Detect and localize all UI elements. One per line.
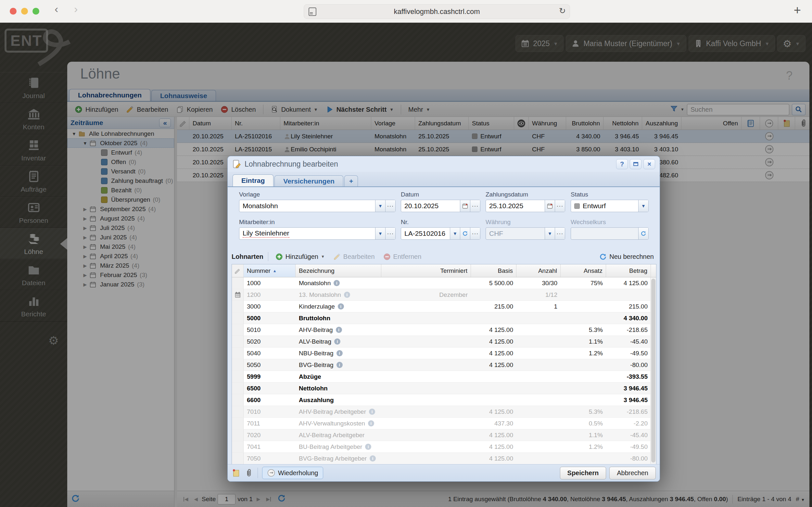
cell-text: BU-Beitrag Arbeitgeber [299, 443, 362, 450]
column-header-terminiert[interactable]: Terminiert [381, 264, 471, 277]
info-icon[interactable]: i [334, 338, 340, 345]
window-close-button[interactable] [10, 8, 16, 15]
column-header-basis[interactable]: Basis [471, 264, 516, 277]
column-header-anzahl[interactable]: Anzahl [516, 264, 561, 277]
cell: ALV-Beitrag Arbeitgeber [296, 430, 381, 441]
lohnart-row[interactable]: 3000Kinderzulagei215.001215.00 [232, 301, 656, 313]
reload-icon[interactable]: ↻ [559, 6, 566, 15]
window-zoom-button[interactable] [33, 8, 39, 15]
status-combobox[interactable]: Entwurf ▼ [571, 200, 649, 212]
browser-back-button[interactable]: ‹ [55, 3, 58, 15]
info-icon[interactable]: i [365, 444, 371, 450]
cancel-button[interactable]: Abbrechen [609, 467, 656, 480]
more-trigger-icon[interactable]: ··· [385, 200, 395, 212]
lohnart-row[interactable]: 1000Monatslohni5 500.0030/3075%4 125.00 [232, 277, 656, 289]
column-header-nummer[interactable]: Nummer▲ [244, 264, 296, 277]
lohnart-edit-button[interactable]: Bearbeiten [331, 252, 378, 262]
info-icon[interactable]: i [337, 350, 343, 356]
column-header-ansatz[interactable]: Ansatz [561, 264, 606, 277]
cell-text: 4 125.00 [489, 350, 513, 357]
lohnart-remove-button[interactable]: Entfernen [381, 252, 424, 262]
info-icon[interactable]: i [368, 420, 374, 427]
address-bar[interactable]: kaffivelogmbh.cashctrl.com ↻ [304, 4, 570, 19]
lohnart-add-button[interactable]: Hinzufügen ▼ [273, 252, 328, 262]
cell-text: -2.20 [634, 420, 648, 427]
lohnart-row[interactable]: 5050BVG-Beitragi4 125.00-80.00 [232, 359, 656, 371]
cell: AHV-Beitragi [296, 324, 381, 336]
more-trigger-icon[interactable]: ··· [470, 200, 480, 212]
lohnart-row[interactable]: 6600Auszahlung3 946.45 [232, 394, 656, 406]
info-icon[interactable]: i [338, 303, 344, 309]
dropdown-trigger-icon[interactable]: ▼ [375, 200, 385, 212]
cell-text: 3000 [247, 303, 260, 310]
dropdown-trigger-icon[interactable]: ▼ [450, 228, 460, 239]
lohnart-row[interactable]: 7011AHV-Verwaltungskosteni437.300.5%-2.2… [232, 418, 656, 430]
dialog-tab-eintrag[interactable]: Eintrag [233, 174, 274, 186]
zahlungsdatum-datefield[interactable]: 25.10.2025 ··· [485, 200, 565, 212]
paperclip-icon[interactable] [245, 469, 253, 477]
cell: -49.50 [606, 347, 651, 359]
cell-text: 4 340.00 [624, 315, 648, 322]
lohnart-row[interactable]: 5020ALV-Beitragi4 125.001.1%-45.40 [232, 336, 656, 347]
window-minimize-button[interactable] [21, 8, 28, 15]
info-icon[interactable]: i [369, 409, 375, 415]
more-trigger-icon[interactable]: ··· [385, 228, 395, 239]
nr-combobox[interactable]: LA-25102016 ▼ ··· [401, 227, 480, 240]
scrollbar-thumb[interactable] [651, 279, 655, 462]
lohnart-row[interactable]: 7050BVG-Beitrag Arbeitgeberi4 125.00-80.… [232, 453, 656, 464]
mitarbeiter-combobox[interactable]: Lily Steinlehner ▼ ··· [239, 227, 396, 240]
info-icon[interactable]: i [336, 327, 342, 333]
recurrence-button[interactable]: Wiederholung [262, 467, 323, 479]
note-icon[interactable] [232, 469, 240, 477]
lohnart-row[interactable]: 7010AHV-Beitrag Arbeitgeberi4 125.005.3%… [232, 406, 656, 418]
dialog-tab-versicherungen[interactable]: Versicherungen [275, 175, 343, 186]
dialog-tab-label: Eintrag [241, 177, 265, 184]
datum-datefield[interactable]: 20.10.2025 ··· [401, 200, 480, 212]
dialog-close-button[interactable]: × [643, 159, 655, 169]
browser-forward-button[interactable]: › [74, 3, 78, 15]
lohnart-row[interactable]: 5999Abzüge-393.55 [232, 371, 656, 383]
column-header-bezeichnung[interactable]: Bezeichnung [296, 264, 381, 277]
cell [381, 371, 471, 382]
lohnart-row[interactable]: 7041BU-Beitrag Arbeitgeberi4 125.001.2%-… [232, 441, 656, 453]
more-trigger-icon[interactable]: ··· [470, 228, 480, 239]
cell: -218.65 [606, 324, 651, 336]
dropdown-trigger-icon[interactable]: ▼ [375, 228, 385, 239]
cell: Bruttolohn [296, 313, 381, 324]
lohnart-row[interactable]: 7020ALV-Beitrag Arbeitgeber4 125.001.1%-… [232, 430, 656, 441]
dialog-tab-add[interactable]: + [344, 175, 358, 186]
cell [381, 418, 471, 429]
info-icon[interactable]: i [344, 292, 350, 298]
calendar-trigger-icon[interactable] [545, 200, 555, 212]
dropdown-trigger-icon[interactable]: ▼ [638, 200, 648, 212]
info-icon[interactable]: i [334, 280, 340, 286]
dialog-help-button[interactable]: ? [616, 159, 628, 169]
column-header-betrag[interactable]: Betrag [606, 264, 651, 277]
dialog-maximize-button[interactable] [630, 159, 641, 169]
cell [516, 418, 561, 429]
scrollbar[interactable] [650, 277, 656, 464]
calendar-trigger-icon[interactable] [460, 200, 470, 212]
save-button[interactable]: Speichern [560, 467, 606, 480]
cell-text: 3 946.45 [624, 397, 648, 404]
vorlage-combobox[interactable]: Monatslohn ▼ ··· [239, 200, 396, 212]
dialog-titlebar[interactable]: Lohnabrechnung bearbeiten ? × [228, 156, 660, 172]
datum-value: 20.10.2025 [401, 200, 460, 212]
lohnart-row[interactable]: 6500Nettolohn3 946.45 [232, 383, 656, 394]
lohnart-row[interactable]: 5010AHV-Beitragi4 125.005.3%-218.65 [232, 324, 656, 336]
mitarbeiter-value: Lily Steinlehner [243, 229, 289, 238]
sidebar-toggle-icon[interactable] [308, 7, 316, 16]
more-trigger-icon[interactable]: ··· [555, 200, 565, 212]
more-trigger-icon: ··· [555, 228, 565, 239]
regenerate-trigger-icon[interactable] [460, 228, 470, 239]
info-icon[interactable]: i [337, 362, 343, 368]
lohnart-row[interactable]: 5000Bruttolohn4 340.00 [232, 313, 656, 324]
row-gutter [232, 301, 244, 312]
info-icon[interactable]: i [369, 455, 376, 461]
lohnart-edit-label: Bearbeiten [343, 253, 375, 261]
chevron-down-icon: ▼ [321, 254, 325, 259]
lohnart-row[interactable]: 5040NBU-Beitragi4 125.001.2%-49.50 [232, 347, 656, 359]
lohnart-row[interactable]: 120013. MonatslohniDezember1/12 [232, 289, 656, 301]
new-tab-button[interactable]: + [794, 3, 801, 17]
recalculate-button[interactable]: Neu berechnen [597, 252, 656, 262]
